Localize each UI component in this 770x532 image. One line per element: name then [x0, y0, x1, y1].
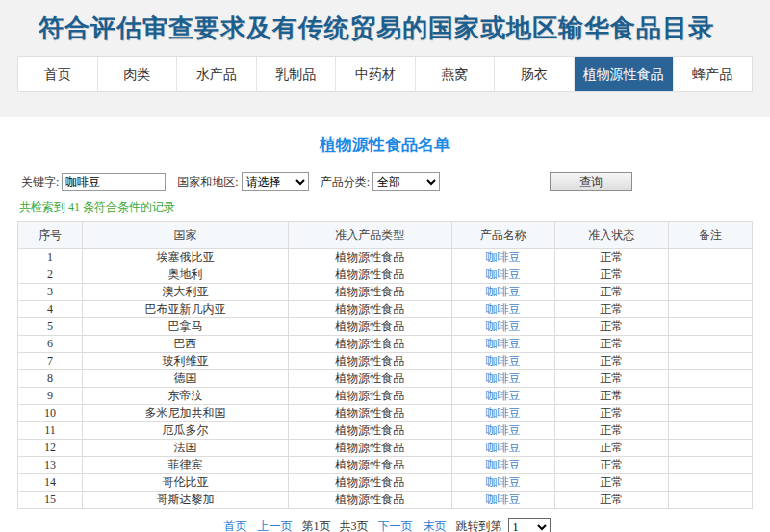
cell-type: 植物源性食品	[288, 318, 451, 336]
cell-no: 10	[18, 405, 83, 422]
cell-remark	[668, 336, 752, 353]
country-label: 国家和地区:	[177, 174, 238, 190]
cell-status: 正常	[554, 301, 668, 318]
nav-tab[interactable]: 水产品	[177, 57, 257, 91]
product-link[interactable]: 咖啡豆	[486, 302, 521, 316]
cell-no: 13	[18, 457, 83, 474]
cell-status: 正常	[554, 457, 668, 474]
cell-type: 植物源性食品	[288, 405, 451, 422]
cell-country: 菲律宾	[83, 457, 289, 474]
nav-tab[interactable]: 首页	[18, 57, 98, 91]
cell-no: 5	[18, 318, 83, 336]
table-row: 1 埃塞俄比亚 植物源性食品 咖啡豆 正常	[18, 249, 753, 266]
product-link[interactable]: 咖啡豆	[486, 389, 521, 402]
pagination-first-link[interactable]: 首页	[224, 519, 247, 532]
section-title: 植物源性食品名单	[17, 134, 753, 156]
results-table: 序号 国家 准入产品类型 产品名称 准入状态 备注 1 埃塞俄比亚 植物源性食品…	[17, 221, 753, 509]
cell-remark	[668, 474, 752, 492]
pagination-current-page: 第1页	[302, 519, 331, 532]
product-link[interactable]: 咖啡豆	[486, 493, 521, 506]
cell-country: 玻利维亚	[83, 353, 289, 370]
cell-country: 奥地利	[83, 266, 289, 284]
cell-no: 4	[18, 301, 83, 318]
product-link[interactable]: 咖啡豆	[486, 250, 521, 264]
cell-country: 哥伦比亚	[83, 474, 289, 492]
col-header-product: 产品名称	[451, 222, 554, 249]
cell-product: 咖啡豆	[451, 370, 554, 388]
cell-no: 2	[18, 266, 83, 284]
pagination-jump-select[interactable]: 1	[508, 518, 551, 532]
cell-no: 15	[18, 492, 83, 509]
cell-status: 正常	[554, 422, 668, 440]
product-link[interactable]: 咖啡豆	[486, 441, 521, 454]
product-link[interactable]: 咖啡豆	[486, 406, 521, 419]
product-link[interactable]: 咖啡豆	[486, 371, 521, 385]
cell-country: 法国	[83, 440, 289, 457]
product-link[interactable]: 咖啡豆	[486, 458, 521, 471]
cell-type: 植物源性食品	[288, 336, 451, 353]
cell-status: 正常	[554, 388, 668, 405]
cell-type: 植物源性食品	[288, 422, 451, 440]
pagination-next-link[interactable]: 下一页	[378, 519, 413, 532]
cell-status: 正常	[554, 353, 668, 370]
cell-status: 正常	[554, 266, 668, 284]
cell-type: 植物源性食品	[288, 249, 451, 266]
table-row: 13 菲律宾 植物源性食品 咖啡豆 正常	[18, 457, 753, 474]
nav-tab[interactable]: 中药材	[336, 57, 416, 91]
cell-status: 正常	[554, 284, 668, 301]
table-row: 8 德国 植物源性食品 咖啡豆 正常	[18, 370, 753, 388]
pagination-last-link[interactable]: 末页	[424, 519, 447, 532]
category-label: 产品分类:	[321, 174, 370, 190]
page-header: 符合评估审查要求及有传统贸易的国家或地区输华食品目录 首页肉类水产品乳制品中药材…	[0, 0, 770, 117]
cell-no: 11	[18, 422, 83, 440]
cell-product: 咖啡豆	[451, 266, 554, 284]
cell-type: 植物源性食品	[288, 492, 451, 509]
col-header-country: 国家	[83, 222, 289, 249]
country-select[interactable]: 请选择	[242, 172, 309, 191]
nav-tab[interactable]: 燕窝	[416, 57, 496, 91]
cell-country: 巴拿马	[83, 318, 289, 336]
cell-remark	[668, 405, 752, 422]
cell-no: 1	[18, 249, 83, 266]
product-link[interactable]: 咖啡豆	[486, 475, 521, 489]
product-link[interactable]: 咖啡豆	[486, 285, 521, 298]
keyword-input[interactable]	[62, 173, 166, 191]
cell-product: 咖啡豆	[451, 492, 554, 509]
search-button[interactable]: 查询	[550, 172, 632, 191]
pagination-prev-link[interactable]: 上一页	[258, 519, 293, 532]
cell-remark	[668, 266, 752, 284]
cell-country: 东帝汶	[83, 388, 289, 405]
cell-no: 14	[18, 474, 83, 492]
nav-tab[interactable]: 蜂产品	[674, 57, 753, 91]
table-header-row: 序号 国家 准入产品类型 产品名称 准入状态 备注	[18, 222, 753, 249]
keyword-label: 关键字:	[21, 174, 59, 190]
cell-product: 咖啡豆	[451, 405, 554, 422]
nav-tab[interactable]: 乳制品	[257, 57, 337, 91]
cell-no: 9	[18, 388, 83, 405]
cell-product: 咖啡豆	[451, 457, 554, 474]
cell-type: 植物源性食品	[288, 301, 451, 318]
nav-tab[interactable]: 肉类	[98, 57, 178, 91]
cell-no: 6	[18, 336, 83, 353]
table-row: 9 东帝汶 植物源性食品 咖啡豆 正常	[18, 388, 753, 405]
table-row: 11 厄瓜多尔 植物源性食品 咖啡豆 正常	[18, 422, 753, 440]
product-link[interactable]: 咖啡豆	[486, 337, 521, 350]
nav-tab[interactable]: 植物源性食品	[575, 57, 674, 91]
cell-type: 植物源性食品	[288, 266, 451, 284]
table-row: 14 哥伦比亚 植物源性食品 咖啡豆 正常	[18, 474, 753, 492]
pagination-jump-label: 跳转到第	[456, 519, 502, 532]
main-content: 植物源性食品名单 关键字: 国家和地区: 请选择 产品分类: 全部 查询 共检索…	[0, 134, 770, 532]
cell-product: 咖啡豆	[451, 336, 554, 353]
nav-tabs: 首页肉类水产品乳制品中药材燕窝肠衣植物源性食品蜂产品	[17, 56, 753, 92]
cell-remark	[668, 284, 752, 301]
cell-status: 正常	[554, 405, 668, 422]
nav-tab[interactable]: 肠衣	[495, 57, 575, 91]
col-header-remark: 备注	[668, 222, 752, 249]
product-link[interactable]: 咖啡豆	[486, 267, 521, 281]
product-link[interactable]: 咖啡豆	[486, 319, 521, 333]
cell-status: 正常	[554, 336, 668, 353]
category-select[interactable]: 全部	[372, 172, 440, 191]
product-link[interactable]: 咖啡豆	[486, 354, 521, 367]
table-row: 7 玻利维亚 植物源性食品 咖啡豆 正常	[18, 353, 753, 370]
product-link[interactable]: 咖啡豆	[486, 423, 521, 437]
